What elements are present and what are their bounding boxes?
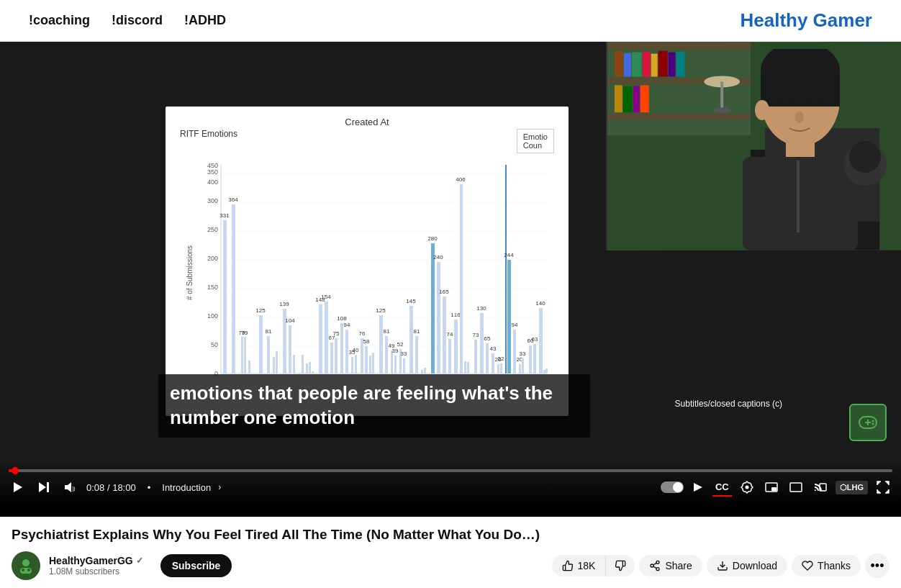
miniplayer-button[interactable] <box>762 479 781 495</box>
video-content: Created At RITF Emotions Emotio Coun <box>0 42 901 502</box>
svg-rect-177 <box>790 483 802 492</box>
svg-rect-118 <box>529 345 532 374</box>
svg-text:364: 364 <box>228 196 238 203</box>
below-video: Psychiatrist Explains Why You Feel Tired… <box>0 517 901 588</box>
svg-rect-61 <box>365 346 368 374</box>
svg-rect-93 <box>460 184 463 374</box>
svg-point-174 <box>745 486 748 489</box>
svg-rect-143 <box>633 86 640 112</box>
dislike-button[interactable] <box>606 555 635 576</box>
svg-rect-99 <box>480 313 484 374</box>
video-title: Psychiatrist Explains Why You Feel Tired… <box>12 527 889 543</box>
svg-rect-169 <box>47 482 49 492</box>
svg-rect-77 <box>409 306 413 374</box>
cmd-adhd[interactable]: !ADHD <box>184 13 226 28</box>
svg-rect-51 <box>340 323 343 374</box>
chart-title: Created At <box>180 117 554 127</box>
svg-rect-27 <box>259 315 263 374</box>
share-button[interactable]: Share <box>639 555 702 576</box>
svg-point-158 <box>807 96 819 105</box>
svg-rect-142 <box>623 86 633 112</box>
svg-text:33: 33 <box>401 350 407 357</box>
svg-point-185 <box>651 564 653 567</box>
svg-rect-176 <box>771 487 777 491</box>
svg-rect-55 <box>351 357 353 374</box>
svg-text:130: 130 <box>476 305 486 312</box>
svg-line-187 <box>653 566 657 569</box>
cmd-coaching[interactable]: !coaching <box>29 13 90 28</box>
thanks-button[interactable]: Thanks <box>792 555 861 576</box>
channel-avatar[interactable] <box>12 551 40 580</box>
svg-rect-139 <box>669 53 676 77</box>
subscribe-button[interactable]: Subscribe <box>160 554 232 577</box>
svg-point-159 <box>795 112 804 123</box>
svg-rect-97 <box>474 340 477 374</box>
svg-text:100: 100 <box>207 312 218 320</box>
svg-text:39: 39 <box>392 348 399 354</box>
next-button[interactable] <box>35 478 53 497</box>
video-player[interactable]: Created At RITF Emotions Emotio Coun <box>0 42 901 517</box>
chart-legend: Emotio Coun <box>517 129 554 153</box>
svg-rect-125 <box>545 368 548 374</box>
svg-rect-96 <box>467 362 469 374</box>
svg-text:81: 81 <box>414 328 420 335</box>
svg-rect-38 <box>299 373 301 374</box>
legend-count: Coun <box>523 141 548 150</box>
like-button[interactable]: 18K <box>552 555 607 576</box>
svg-rect-107 <box>500 363 502 374</box>
cmd-discord[interactable]: !discord <box>112 13 163 28</box>
volume-button[interactable]: ) ) <box>60 478 79 497</box>
svg-rect-75 <box>403 358 405 374</box>
svg-text:154: 154 <box>321 294 331 300</box>
svg-rect-24 <box>244 337 246 374</box>
channel-name[interactable]: HealthyGamerGG ✓ <box>49 555 143 566</box>
svg-rect-20 <box>232 204 235 374</box>
cast-button[interactable] <box>811 479 830 495</box>
svg-rect-124 <box>543 370 545 374</box>
svg-rect-32 <box>276 351 278 374</box>
caption-overlay: emotions that people are feeling what's … <box>158 374 590 438</box>
svg-rect-65 <box>379 315 383 374</box>
more-options-button[interactable]: ••• <box>865 553 889 578</box>
legend-emotion: Emotio <box>523 132 548 141</box>
svg-point-157 <box>780 96 792 105</box>
svg-text:165: 165 <box>439 289 449 295</box>
channel-row: HealthyGamerGG ✓ 1.08M subscribers Subsc… <box>12 551 889 580</box>
svg-marker-173 <box>694 483 702 492</box>
svg-text:300: 300 <box>207 197 218 204</box>
svg-rect-49 <box>335 338 338 374</box>
svg-text:104: 104 <box>285 317 295 324</box>
play-button[interactable] <box>9 478 27 497</box>
game-overlay-icon[interactable] <box>849 404 887 441</box>
svg-point-183 <box>27 569 30 571</box>
svg-text:63: 63 <box>532 336 538 343</box>
svg-marker-170 <box>65 482 71 492</box>
svg-text:94: 94 <box>512 322 518 328</box>
svg-rect-120 <box>533 344 536 374</box>
cc-button[interactable]: CC <box>712 479 732 497</box>
svg-rect-45 <box>325 302 328 374</box>
svg-text:250: 250 <box>207 226 218 233</box>
svg-rect-26 <box>248 361 250 374</box>
chapter-arrow: › <box>218 482 221 492</box>
svg-point-156 <box>755 100 769 120</box>
action-buttons: 18K Share <box>552 553 889 578</box>
download-button[interactable]: Download <box>707 555 787 576</box>
chart-subtitle: RITF Emotions <box>180 129 237 139</box>
svg-text:200: 200 <box>207 255 218 262</box>
webcam-overlay <box>606 42 901 250</box>
fullscreen-button[interactable] <box>874 478 892 497</box>
svg-text:125: 125 <box>376 307 386 314</box>
svg-rect-29 <box>267 336 270 374</box>
settings-button[interactable] <box>738 478 756 497</box>
svg-rect-153 <box>761 71 840 107</box>
mini-play-btn[interactable] <box>689 479 707 496</box>
svg-rect-43 <box>319 304 322 374</box>
autoplay-toggle[interactable] <box>661 481 684 493</box>
progress-bar[interactable] <box>9 469 892 472</box>
svg-marker-167 <box>14 482 22 492</box>
theater-button[interactable] <box>787 479 805 495</box>
svg-text:76: 76 <box>359 330 366 337</box>
svg-rect-22 <box>241 337 243 374</box>
svg-rect-85 <box>437 262 440 374</box>
